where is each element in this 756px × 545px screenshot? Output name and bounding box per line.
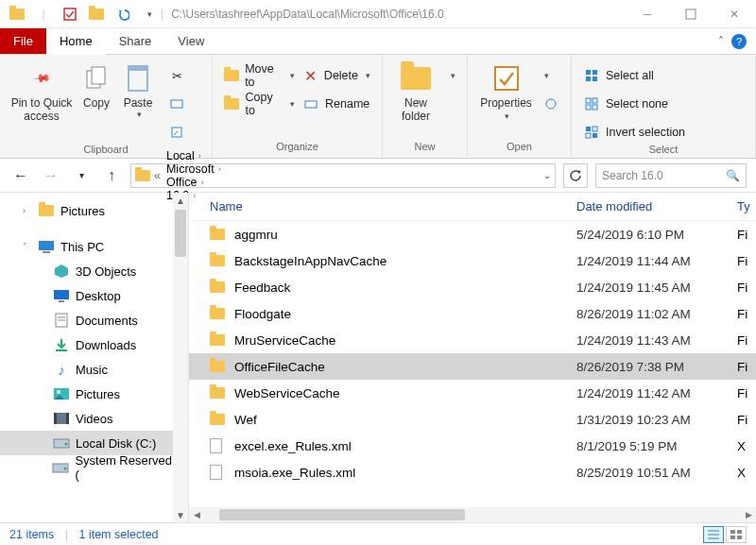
file-name: Floodgate [229, 307, 576, 321]
copy-to-button[interactable]: Copy to▾ [220, 93, 299, 115]
rename-button[interactable]: Rename [299, 93, 374, 115]
tree-icon [38, 202, 55, 219]
tree-item[interactable]: Downloads [0, 332, 173, 357]
file-row[interactable]: MruServiceCache1/24/2019 11:43 AMFi [189, 327, 756, 353]
maximize-button[interactable] [669, 0, 713, 28]
file-row[interactable]: BackstageInAppNavCache1/24/2019 11:44 AM… [189, 247, 756, 274]
history-button[interactable] [539, 93, 563, 115]
tab-share[interactable]: Share [106, 28, 165, 54]
copy-path-button[interactable] [164, 93, 189, 115]
qat-newfolder-icon[interactable] [85, 4, 108, 25]
ribbon-collapse-icon[interactable]: ˄ [718, 35, 724, 48]
tab-view[interactable]: View [164, 28, 217, 54]
tree-item[interactable]: 3D Objects [0, 259, 173, 283]
tree-item[interactable]: System Reserved ( [0, 455, 173, 480]
file-row[interactable]: Floodgate8/26/2019 11:02 AMFi [189, 300, 756, 327]
recent-locations-button[interactable]: ▾ [70, 164, 93, 187]
up-button[interactable]: ↑ [100, 164, 123, 187]
tree-label: Music [76, 363, 108, 377]
file-row[interactable]: WebServiceCache1/24/2019 11:42 AMFi [189, 380, 756, 406]
paste-button[interactable]: Paste ▾ [117, 60, 159, 119]
forward-button[interactable]: → [40, 164, 62, 187]
column-headers[interactable]: Name Date modified Ty [189, 193, 756, 221]
svg-rect-24 [54, 290, 69, 299]
svg-rect-1 [686, 9, 696, 19]
tree-item[interactable]: ›Pictures [0, 198, 173, 223]
svg-rect-45 [737, 536, 742, 539]
crumb-local[interactable]: Local› [164, 149, 223, 162]
new-item-button[interactable]: ▾ [445, 64, 459, 87]
svg-rect-19 [593, 127, 597, 131]
cut-button[interactable]: ✂ [164, 64, 189, 87]
tree-item[interactable]: Desktop [0, 283, 173, 308]
tree-item[interactable]: Documents [0, 308, 173, 332]
tree-item[interactable]: ♪Music [0, 357, 173, 382]
col-name[interactable]: Name [210, 199, 576, 213]
pin-quick-access-button[interactable]: 📌 Pin to Quick access [8, 60, 76, 123]
new-folder-button[interactable]: New folder [390, 60, 441, 123]
move-to-button[interactable]: Move to▾ [220, 64, 299, 87]
view-details-button[interactable] [703, 526, 724, 543]
ribbon-tabs: File Home Share View ˄ ? [0, 28, 756, 55]
refresh-button[interactable] [563, 163, 588, 188]
title-bar: | ▾ | C:\Users\tashreef\AppData\Local\Mi… [0, 0, 756, 28]
file-row[interactable]: msoia.exe_Rules.xml8/25/2019 10:51 AMX [189, 459, 756, 485]
folder-icon [210, 361, 229, 372]
tree-item[interactable]: ˅This PC [0, 234, 173, 259]
tree-item[interactable]: Videos [0, 406, 173, 431]
col-type[interactable]: Ty [737, 199, 756, 213]
select-none-button[interactable]: Select none [579, 93, 689, 115]
tree-icon [53, 312, 70, 329]
file-date: 8/25/2019 10:51 AM [576, 466, 737, 480]
tree-item[interactable]: Local Disk (C:) [0, 431, 173, 455]
scroll-up-icon[interactable]: ▲ [176, 193, 185, 208]
file-row[interactable]: OfficeFileCache8/26/2019 7:38 PMFi [189, 353, 756, 380]
tab-home[interactable]: Home [46, 28, 106, 54]
status-selection: 1 item selected [78, 528, 158, 541]
search-box[interactable]: Search 16.0 🔍 [595, 163, 747, 188]
file-name: msoia.exe_Rules.xml [229, 466, 576, 480]
address-bar[interactable]: « Local›Microsoft›Office›16.0› ⌄ [130, 163, 556, 188]
tree-label: Downloads [76, 338, 136, 352]
tab-file[interactable]: File [0, 28, 46, 54]
svg-rect-0 [64, 9, 76, 20]
minimize-button[interactable]: ─ [626, 0, 669, 28]
file-row[interactable]: Feedback1/24/2019 11:45 AMFi [189, 274, 756, 300]
col-date[interactable]: Date modified [576, 199, 737, 213]
file-row[interactable]: Wef1/31/2019 10:23 AMFi [189, 406, 756, 433]
invert-selection-button[interactable]: Invert selection [579, 121, 689, 144]
main-area: ›Pictures˅This PC3D ObjectsDesktopDocume… [0, 193, 756, 522]
file-list[interactable]: Name Date modified Ty aggmru5/24/2019 6:… [189, 193, 756, 522]
ribbon: 📌 Pin to Quick access Copy Paste ▾ ✂ Cli… [0, 55, 756, 159]
tree-scrollbar[interactable]: ▲ ▼ [173, 193, 188, 522]
crumb-office[interactable]: Office› [164, 176, 223, 189]
back-button[interactable]: ← [9, 164, 32, 187]
close-button[interactable]: ✕ [713, 0, 756, 28]
window-title: C:\Users\tashreef\AppData\Local\Microsof… [163, 8, 626, 21]
scroll-down-icon[interactable]: ▼ [176, 507, 185, 522]
qat-undo-icon[interactable] [112, 4, 134, 25]
file-row[interactable]: excel.exe_Rules.xml8/1/2019 5:19 PMX [189, 433, 756, 459]
properties-button[interactable]: Properties ▾ [475, 60, 537, 123]
navigation-tree[interactable]: ›Pictures˅This PC3D ObjectsDesktopDocume… [0, 193, 189, 522]
qat-customize-icon[interactable]: ▾ [138, 4, 161, 25]
view-thumbnails-button[interactable] [726, 526, 747, 543]
paste-shortcut-button[interactable] [164, 121, 189, 144]
file-row[interactable]: aggmru5/24/2019 6:10 PMFi [189, 221, 756, 247]
group-new-label: New [383, 141, 467, 158]
copy-button[interactable]: Copy [76, 60, 117, 110]
hscroll-thumb[interactable] [219, 509, 465, 520]
tree-item[interactable]: Pictures [0, 382, 173, 406]
delete-button[interactable]: ✕Delete▾ [299, 64, 374, 87]
address-dropdown-icon[interactable]: ⌄ [543, 170, 551, 180]
qat-properties-icon[interactable] [59, 4, 81, 25]
open-button[interactable]: ▾ [539, 64, 563, 87]
scroll-thumb[interactable] [175, 210, 186, 257]
select-all-button[interactable]: Select all [579, 64, 689, 87]
help-icon[interactable]: ? [731, 34, 747, 49]
crumb-overflow[interactable]: « [154, 169, 161, 182]
crumb-microsoft[interactable]: Microsoft› [164, 162, 223, 176]
search-icon[interactable]: 🔍 [726, 169, 740, 182]
qat-folder-icon[interactable] [6, 4, 28, 25]
horizontal-scrollbar[interactable]: ◀ ▶ [189, 507, 756, 522]
